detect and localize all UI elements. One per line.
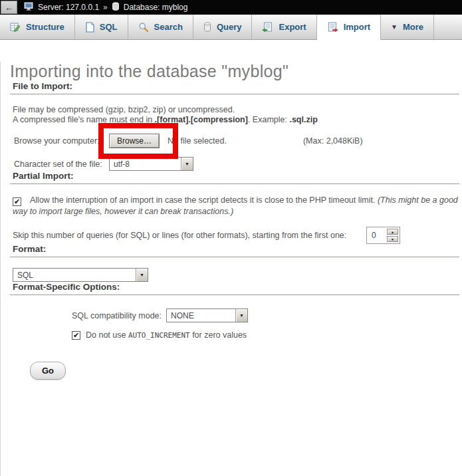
allow-interruption-checkbox[interactable]: ✔	[13, 197, 21, 206]
tab-import[interactable]: Import	[317, 15, 381, 40]
allow-interruption-text: Allow the interruption of an import in c…	[30, 195, 378, 205]
tab-structure[interactable]: Structure	[0, 15, 75, 39]
export-icon	[262, 22, 273, 33]
breadcrumb-separator: »	[103, 3, 108, 12]
go-button[interactable]: Go	[30, 362, 66, 380]
query-icon	[203, 22, 211, 32]
tab-export[interactable]: Export	[252, 15, 316, 39]
browse-label: Browse your computer:	[14, 136, 109, 146]
no-file-selected-text: No file selected.	[168, 136, 227, 146]
example-extension: .sql.zip	[289, 115, 317, 124]
skip-queries-label: Skip this number of queries (for SQL) or…	[13, 231, 350, 241]
structure-icon	[10, 22, 21, 33]
sql-compatibility-row: SQL compatibility mode: NONE ▼	[10, 308, 459, 322]
tab-sql[interactable]: SQL	[75, 15, 128, 39]
tab-label: Query	[217, 22, 242, 32]
sql-compatibility-label: SQL compatibility mode:	[72, 311, 162, 320]
server-icon	[24, 2, 34, 13]
section-heading-format-options: Format-Specific Options:	[10, 282, 459, 295]
charset-label: Character set of the file:	[14, 160, 109, 169]
breadcrumb-bar: ← Server: 127.0.0.1 » Database: myblog	[0, 0, 462, 15]
page-title: Importing into the database "myblog"	[10, 62, 459, 81]
tab-label: SQL	[100, 22, 118, 32]
sql-compatibility-select[interactable]: NONE ▼	[166, 308, 248, 322]
section-heading-format: Format:	[10, 244, 459, 257]
compression-note-line1: File may be compressed (gzip, bzip2, zip…	[13, 105, 459, 115]
tab-label: Search	[154, 22, 183, 32]
charset-select-value: utf-8	[110, 158, 181, 170]
allow-interruption-row: ✔Allow the interruption of an import in …	[13, 195, 458, 217]
auto-increment-row: ✔ Do not use AUTO_INCREMENT for zero val…	[10, 330, 459, 340]
dropdown-arrow-icon[interactable]: ▼	[181, 158, 193, 170]
browse-button[interactable]: Browse…	[109, 134, 160, 148]
skip-queries-row: Skip this number of queries (for SQL) or…	[13, 227, 458, 244]
section-heading-partial-import: Partial Import:	[10, 171, 459, 184]
checkmark-icon: ✔	[14, 198, 20, 205]
database-icon	[112, 2, 120, 13]
format-compression-pattern: .[format].[compression]	[155, 115, 248, 124]
search-icon	[138, 22, 149, 33]
sql-icon	[85, 22, 94, 33]
tab-query[interactable]: Query	[193, 15, 253, 39]
tab-search[interactable]: Search	[128, 15, 193, 39]
compression-note-line2: A compressed file's name must end in .[f…	[13, 115, 459, 125]
format-select[interactable]: SQL ▼	[13, 268, 148, 282]
dropdown-arrow-icon[interactable]: ▼	[235, 309, 247, 322]
tab-more[interactable]: ▼ More	[381, 15, 434, 39]
section-heading-file-to-import: File to Import:	[10, 81, 459, 94]
more-arrow-icon: ▼	[391, 23, 398, 31]
charset-select[interactable]: utf-8 ▼	[109, 157, 193, 171]
charset-row: Character set of the file: utf-8 ▼	[14, 157, 459, 171]
max-size-note: (Max: 2,048KiB)	[303, 136, 363, 146]
dropdown-arrow-icon[interactable]: ▼	[136, 269, 148, 281]
auto-increment-checkbox[interactable]: ✔	[72, 331, 80, 340]
back-button[interactable]: ←	[1, 1, 17, 14]
breadcrumb-database[interactable]: Database: myblog	[124, 3, 188, 12]
auto-increment-code: AUTO_INCREMENT	[128, 331, 190, 340]
sql-compatibility-value: NONE	[167, 309, 235, 322]
skip-queries-value: 0	[368, 231, 387, 240]
skip-queries-stepper[interactable]: 0 ▲ ▼	[366, 227, 400, 244]
breadcrumb-server[interactable]: Server: 127.0.0.1	[38, 3, 99, 12]
tab-label: Import	[344, 22, 370, 32]
tab-bar: Structure SQL Search Query Export Import…	[0, 15, 462, 40]
format-select-value: SQL	[13, 269, 136, 281]
auto-increment-text: Do not use AUTO_INCREMENT for zero value…	[86, 330, 247, 340]
import-page: Importing into the database "myblog" Fil…	[0, 62, 462, 476]
back-arrow-icon: ←	[5, 3, 13, 13]
import-icon	[327, 22, 338, 33]
tab-label: Structure	[26, 22, 64, 32]
breadcrumb: Server: 127.0.0.1 » Database: myblog	[24, 2, 187, 13]
browse-row: Browse your computer: Browse… No file se…	[14, 134, 459, 148]
spinner-up-icon[interactable]: ▲	[387, 229, 398, 235]
tab-label: Export	[279, 22, 306, 32]
checkmark-icon: ✔	[73, 332, 79, 339]
tab-label: More	[403, 22, 423, 32]
spinner-down-icon[interactable]: ▼	[387, 236, 398, 242]
